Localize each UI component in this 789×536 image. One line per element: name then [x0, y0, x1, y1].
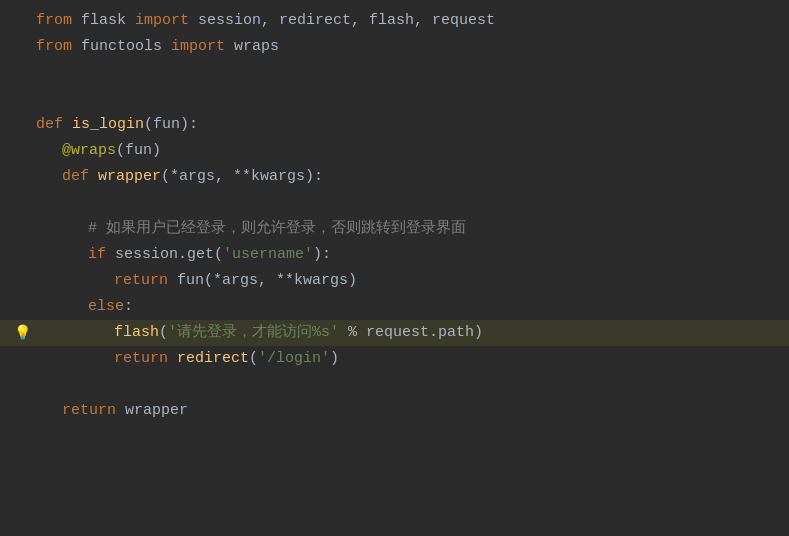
code-tokens: from flask import session, redirect, fla…: [32, 9, 495, 33]
bulb-icon[interactable]: 💡: [14, 322, 31, 344]
code-editor: from flask import session, redirect, fla…: [0, 0, 789, 536]
token-plain: ):: [313, 246, 331, 263]
token-plain: % request.path): [339, 324, 483, 341]
code-line: # 如果用户已经登录，则允许登录，否则跳转到登录界面: [0, 216, 789, 242]
code-line: [0, 86, 789, 112]
line-gutter: 💡: [12, 322, 32, 344]
token-plain: (: [159, 324, 168, 341]
token-kw: def: [62, 168, 89, 185]
code-tokens: return wrapper: [58, 399, 188, 423]
token-plain: wrapper: [116, 402, 188, 419]
code-line: from functools import wraps: [0, 34, 789, 60]
token-plain: [89, 168, 98, 185]
token-kw: def: [36, 116, 63, 133]
code-tokens: flash('请先登录，才能访问%s' % request.path): [110, 321, 483, 345]
token-comment: # 如果用户已经登录，则允许登录，否则跳转到登录界面: [88, 220, 466, 237]
token-plain: fun(*args, **kwargs): [168, 272, 357, 289]
token-kw: import: [135, 12, 189, 29]
token-fn: is_login: [72, 116, 144, 133]
code-line: return fun(*args, **kwargs): [0, 268, 789, 294]
token-string: '/login': [258, 350, 330, 367]
token-kw: from: [36, 12, 72, 29]
token-plain: :: [124, 298, 133, 315]
code-tokens: if session.get('username'):: [84, 243, 331, 267]
token-kw: return: [62, 402, 116, 419]
code-line: [0, 372, 789, 398]
code-tokens: def wrapper(*args, **kwargs):: [58, 165, 323, 189]
code-line: [0, 60, 789, 86]
token-string: 'username': [223, 246, 313, 263]
token-fn: redirect: [177, 350, 249, 367]
token-plain: functools: [72, 38, 171, 55]
token-plain: (fun): [116, 142, 161, 159]
code-line: 💡flash('请先登录，才能访问%s' % request.path): [0, 320, 789, 346]
token-kw: if: [88, 246, 106, 263]
code-tokens: # 如果用户已经登录，则允许登录，否则跳转到登录界面: [84, 217, 466, 241]
token-fn: wrapper: [98, 168, 161, 185]
code-line: return redirect('/login'): [0, 346, 789, 372]
code-tokens: return fun(*args, **kwargs): [110, 269, 357, 293]
code-line: return wrapper: [0, 398, 789, 424]
token-kw: else: [88, 298, 124, 315]
token-plain: [168, 350, 177, 367]
code-tokens: return redirect('/login'): [110, 347, 339, 371]
token-decorator: @wraps: [62, 142, 116, 159]
token-plain: (: [249, 350, 258, 367]
token-plain: ,: [351, 12, 369, 29]
token-plain: redirect: [279, 12, 351, 29]
token-plain: (*args, **kwargs):: [161, 168, 323, 185]
code-line: [0, 190, 789, 216]
token-plain: ): [330, 350, 339, 367]
token-kw: return: [114, 350, 168, 367]
code-line: else:: [0, 294, 789, 320]
token-plain: , request: [414, 12, 495, 29]
token-plain: session.get(: [106, 246, 223, 263]
token-kw: from: [36, 38, 72, 55]
token-kw: import: [171, 38, 225, 55]
code-tokens: else:: [84, 295, 133, 319]
code-line: def wrapper(*args, **kwargs):: [0, 164, 789, 190]
code-tokens: def is_login(fun):: [32, 113, 198, 137]
token-plain: [63, 116, 72, 133]
code-line: def is_login(fun):: [0, 112, 789, 138]
token-plain: session,: [189, 12, 279, 29]
code-line: if session.get('username'):: [0, 242, 789, 268]
token-plain: flash: [369, 12, 414, 29]
token-plain: wraps: [225, 38, 279, 55]
code-tokens: @wraps(fun): [58, 139, 161, 163]
token-fn: flash: [114, 324, 159, 341]
code-line: @wraps(fun): [0, 138, 789, 164]
token-plain: flask: [72, 12, 135, 29]
code-tokens: from functools import wraps: [32, 35, 279, 59]
token-kw: return: [114, 272, 168, 289]
code-line: from flask import session, redirect, fla…: [0, 8, 789, 34]
token-plain: (fun):: [144, 116, 198, 133]
token-string: '请先登录，才能访问%s': [168, 324, 339, 341]
